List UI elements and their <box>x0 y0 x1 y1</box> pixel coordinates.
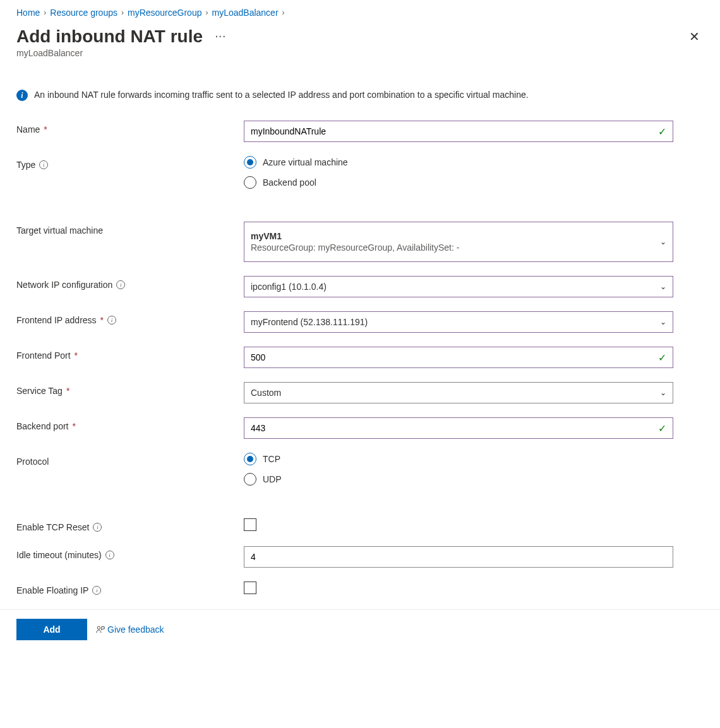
footer-bar: Add Give feedback <box>0 609 720 649</box>
idle-timeout-input-wrapper <box>244 546 673 568</box>
type-label: Type i <box>16 156 244 170</box>
floating-ip-checkbox[interactable] <box>244 582 256 594</box>
ipconfig-value: ipconfig1 (10.1.0.4) <box>251 282 327 292</box>
type-radio-vm-label: Azure virtual machine <box>263 157 348 167</box>
tcp-reset-checkbox[interactable] <box>244 518 256 531</box>
idle-timeout-label: Idle timeout (minutes) i <box>16 546 244 560</box>
breadcrumb: Home › Resource groups › myResourceGroup… <box>16 8 704 18</box>
check-icon: ✓ <box>658 422 666 434</box>
backend-port-input[interactable] <box>251 423 658 433</box>
protocol-label: Protocol <box>16 453 244 467</box>
info-icon: i <box>16 90 28 101</box>
idle-timeout-input[interactable] <box>251 552 666 562</box>
chevron-down-icon: ⌄ <box>660 318 666 326</box>
chevron-right-icon: › <box>205 8 208 17</box>
add-button[interactable]: Add <box>16 619 87 640</box>
type-radio-pool[interactable]: Backend pool <box>244 176 673 189</box>
info-icon[interactable]: i <box>39 160 48 169</box>
protocol-radio-group: TCP UDP <box>244 453 673 486</box>
type-radio-pool-label: Backend pool <box>263 177 316 188</box>
floating-ip-label: Enable Floating IP i <box>16 582 244 595</box>
frontend-ip-select[interactable]: myFrontend (52.138.111.191) ⌄ <box>244 311 673 333</box>
person-feedback-icon <box>96 625 105 634</box>
frontend-port-input-wrapper: ✓ <box>244 347 673 368</box>
chevron-down-icon: ⌄ <box>660 388 666 397</box>
protocol-radio-tcp[interactable]: TCP <box>244 453 673 465</box>
protocol-udp-label: UDP <box>263 474 282 484</box>
close-icon[interactable]: ✕ <box>689 29 700 44</box>
service-tag-label: Service Tag* <box>16 382 244 396</box>
ipconfig-label: Network IP configuration i <box>16 276 244 290</box>
give-feedback-link[interactable]: Give feedback <box>96 624 164 635</box>
svg-point-0 <box>97 626 100 629</box>
service-tag-value: Custom <box>251 388 281 398</box>
breadcrumb-load-balancer[interactable]: myLoadBalancer <box>212 8 278 18</box>
info-icon[interactable]: i <box>92 586 101 595</box>
frontend-ip-value: myFrontend (52.138.111.191) <box>251 317 368 327</box>
frontend-port-input[interactable] <box>251 352 658 362</box>
info-icon[interactable]: i <box>93 523 102 532</box>
frontend-ip-label: Frontend IP address* i <box>16 311 244 325</box>
name-input-wrapper: ✓ <box>244 121 673 142</box>
chevron-right-icon: › <box>282 8 285 17</box>
info-text: An inbound NAT rule forwards incoming tr… <box>34 88 529 102</box>
target-vm-sub: ResourceGroup: myResourceGroup, Availabi… <box>251 242 660 253</box>
chevron-right-icon: › <box>44 8 46 17</box>
breadcrumb-resource-groups[interactable]: Resource groups <box>50 8 117 18</box>
type-radio-group: Azure virtual machine Backend pool <box>244 156 673 189</box>
chevron-right-icon: › <box>121 8 124 17</box>
backend-port-input-wrapper: ✓ <box>244 417 673 439</box>
backend-port-label: Backend port* <box>16 417 244 431</box>
info-banner: i An inbound NAT rule forwards incoming … <box>16 88 680 102</box>
name-input[interactable] <box>251 126 658 136</box>
protocol-radio-udp[interactable]: UDP <box>244 473 673 486</box>
breadcrumb-resource-group[interactable]: myResourceGroup <box>128 8 202 18</box>
chevron-down-icon: ⌄ <box>660 237 666 246</box>
page-title: Add inbound NAT rule <box>16 27 203 47</box>
give-feedback-label: Give feedback <box>107 624 164 635</box>
check-icon: ✓ <box>658 126 666 138</box>
chevron-down-icon: ⌄ <box>660 282 666 291</box>
info-icon[interactable]: i <box>116 280 125 289</box>
type-radio-vm[interactable]: Azure virtual machine <box>244 156 673 169</box>
check-icon: ✓ <box>658 352 666 364</box>
service-tag-select[interactable]: Custom ⌄ <box>244 382 673 403</box>
target-vm-label: Target virtual machine <box>16 222 244 236</box>
page-subtitle: myLoadBalancer <box>16 48 704 58</box>
breadcrumb-home[interactable]: Home <box>16 8 40 18</box>
info-icon[interactable]: i <box>105 551 114 559</box>
protocol-tcp-label: TCP <box>263 454 280 464</box>
target-vm-select[interactable]: myVM1 ResourceGroup: myResourceGroup, Av… <box>244 222 673 262</box>
tcp-reset-label: Enable TCP Reset i <box>16 518 244 532</box>
info-icon[interactable]: i <box>107 316 116 325</box>
target-vm-name: myVM1 <box>251 231 660 241</box>
ipconfig-select[interactable]: ipconfig1 (10.1.0.4) ⌄ <box>244 276 673 297</box>
name-label: Name* <box>16 121 244 134</box>
frontend-port-label: Frontend Port* <box>16 347 244 361</box>
more-actions-button[interactable]: ··· <box>215 32 227 42</box>
